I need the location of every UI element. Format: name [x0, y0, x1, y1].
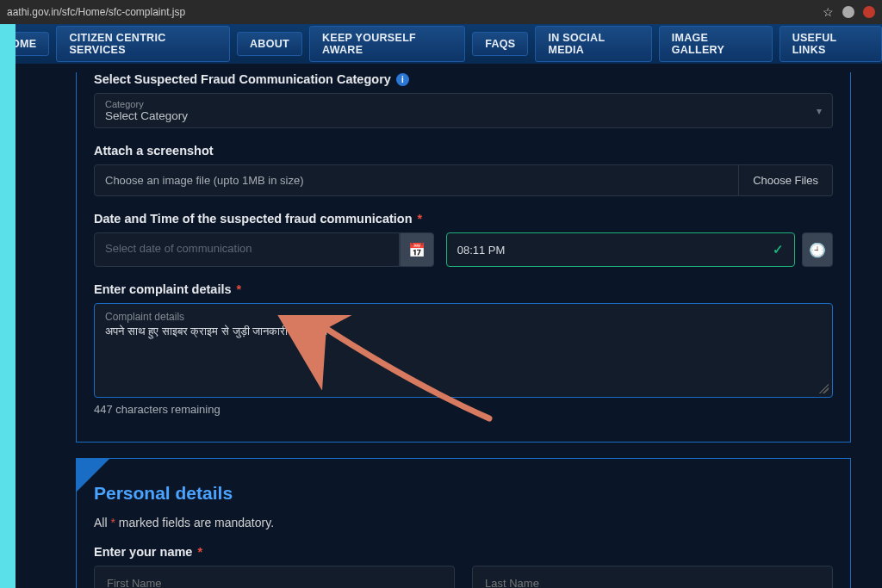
file-path-display: Choose an image file (upto 1MB in size)	[94, 164, 739, 196]
clock-icon: 🕘	[809, 242, 826, 258]
required-star: *	[197, 545, 202, 559]
category-group: Select Suspected Fraud Communication Cat…	[94, 72, 833, 128]
complaint-textarea[interactable]: Complaint details अपने साथ हुए साइबर क्र…	[94, 303, 833, 398]
name-label: Enter your name*	[94, 545, 833, 559]
calendar-button[interactable]: 📅	[400, 232, 434, 267]
name-group: Enter your name*	[94, 545, 833, 588]
required-star: *	[237, 282, 242, 296]
category-label: Select Suspected Fraud Communication Cat…	[94, 72, 833, 86]
nav-keep-aware[interactable]: Keep Yourself Aware	[309, 26, 465, 62]
last-name-input[interactable]	[472, 566, 833, 588]
choose-files-button[interactable]: Choose Files	[739, 164, 833, 196]
screenshot-label: Attach a screenshot	[94, 144, 833, 158]
bookmark-star-icon[interactable]: ☆	[823, 5, 834, 19]
char-remaining: 447 characters remaining	[94, 403, 833, 416]
complaint-placeholder: Complaint details	[105, 311, 822, 323]
section-corner-decoration	[76, 458, 110, 492]
chevron-down-icon: ▾	[817, 105, 822, 117]
nav-about[interactable]: About	[237, 32, 302, 56]
nav-image-gallery[interactable]: Image Gallery	[659, 26, 773, 62]
url-text: aathi.gov.in/sfc/Home/sfc-complaint.jsp	[7, 6, 823, 18]
personal-title: Personal details	[94, 483, 833, 504]
main-nav: ome Citizen Centric Services About Keep …	[0, 24, 882, 64]
complaint-text: अपने साथ हुए साइबर क्राइम से जुड़ी जानका…	[105, 325, 822, 338]
resize-handle-icon[interactable]	[818, 383, 829, 393]
calendar-icon: 📅	[408, 242, 425, 258]
decorative-strip	[0, 24, 16, 588]
time-input[interactable]: 08:11 PM ✓	[446, 232, 795, 267]
datetime-group: Date and Time of the suspected fraud com…	[94, 212, 833, 267]
info-icon[interactable]: i	[396, 73, 409, 86]
datetime-label: Date and Time of the suspected fraud com…	[94, 212, 833, 226]
date-input[interactable]: Select date of communication	[94, 232, 400, 267]
category-select[interactable]: Category Select Category ▾	[94, 93, 833, 128]
browser-address-bar: aathi.gov.in/sfc/Home/sfc-complaint.jsp …	[0, 0, 882, 24]
required-star: *	[418, 212, 423, 226]
category-hint: Category	[105, 99, 188, 109]
first-name-input[interactable]	[94, 566, 455, 588]
screenshot-group: Attach a screenshot Choose an image file…	[94, 144, 833, 196]
complaint-section: Select Suspected Fraud Communication Cat…	[76, 72, 851, 443]
nav-citizen-services[interactable]: Citizen Centric Services	[56, 26, 230, 62]
time-value: 08:11 PM	[457, 244, 506, 257]
category-value: Select Category	[105, 109, 188, 122]
page-content: Select Suspected Fraud Communication Cat…	[16, 64, 882, 588]
nav-useful-links[interactable]: Useful Links	[780, 26, 882, 62]
nav-faqs[interactable]: FAQs	[472, 32, 528, 56]
personal-section: Personal details All * marked fields are…	[76, 458, 851, 588]
extension-icon-1[interactable]	[842, 6, 854, 18]
check-icon: ✓	[773, 242, 784, 257]
complaint-details-group: Enter complaint details* Complaint detai…	[94, 282, 833, 416]
clock-button[interactable]: 🕘	[802, 232, 833, 267]
extension-icon-2[interactable]	[863, 6, 875, 18]
mandatory-note: All * marked fields are mandatory.	[94, 516, 833, 529]
nav-social-media[interactable]: In Social Media	[535, 26, 651, 62]
complaint-label: Enter complaint details*	[94, 282, 833, 296]
